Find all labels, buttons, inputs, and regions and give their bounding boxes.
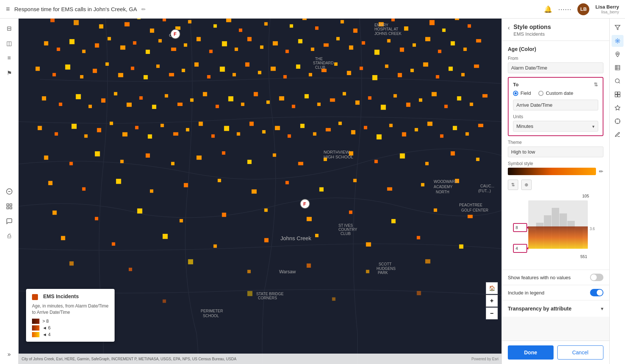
- svg-rect-184: [70, 162, 73, 165]
- legend-title: EMS Incidents: [43, 293, 79, 299]
- svg-text:PARK: PARK: [378, 271, 388, 275]
- svg-rect-71: [400, 48, 404, 52]
- svg-rect-153: [110, 122, 113, 125]
- svg-rect-135: [330, 99, 335, 102]
- far-right-filter-icon[interactable]: [612, 22, 624, 33]
- show-no-values-toggle[interactable]: [590, 274, 603, 281]
- cancel-button[interactable]: Cancel: [557, 345, 604, 360]
- svg-rect-181: [465, 132, 469, 136]
- to-label: To: [513, 82, 519, 87]
- zoom-out-button[interactable]: −: [486, 307, 498, 319]
- show-no-values-label: Show features with no values: [508, 275, 571, 280]
- done-button[interactable]: Done: [508, 345, 554, 360]
- svg-text:3.6: 3.6: [590, 227, 595, 231]
- hamburger-icon[interactable]: ≡: [6, 5, 10, 13]
- svg-rect-82: [93, 69, 97, 73]
- transparency-label: Transparency by attribute: [508, 306, 571, 312]
- far-right-search-icon[interactable]: [612, 75, 624, 87]
- sidebar-item-basemap[interactable]: ◫: [3, 36, 16, 50]
- sidebar-item-list[interactable]: ≡: [3, 51, 16, 65]
- svg-text:NORTHVIEW: NORTHVIEW: [324, 150, 350, 154]
- list-item: ◄ 6: [32, 325, 109, 331]
- svg-rect-137: [355, 100, 359, 104]
- svg-text:JOHNS CREEK: JOHNS CREEK: [374, 32, 401, 36]
- avatar[interactable]: LB: [577, 3, 589, 15]
- svg-text:4: 4: [516, 246, 518, 251]
- list-item: > 8: [32, 319, 109, 324]
- svg-rect-80: [65, 64, 70, 70]
- sidebar-item-bookmark[interactable]: ⚑: [3, 66, 16, 80]
- histogram-sort-button[interactable]: ⇅: [508, 180, 518, 190]
- include-legend-toggle[interactable]: [590, 289, 603, 296]
- svg-rect-45: [70, 39, 75, 44]
- far-right-crosshair-icon[interactable]: [612, 115, 624, 127]
- svg-rect-134: [317, 103, 321, 106]
- svg-rect-126: [215, 105, 219, 108]
- svg-rect-47: [95, 44, 99, 48]
- sidebar-item-print[interactable]: ⎙: [3, 229, 16, 243]
- svg-text:CAUC...: CAUC...: [480, 184, 494, 188]
- svg-rect-50: [133, 41, 136, 45]
- svg-text:Johns Creek: Johns Creek: [281, 235, 312, 241]
- far-right-pen-icon[interactable]: [612, 129, 624, 141]
- svg-rect-62: [285, 50, 289, 53]
- map-area[interactable]: EMORY HOSPITAL AT JOHNS CREEK THE STANDA…: [19, 19, 501, 364]
- transparency-section[interactable]: Transparency by attribute ▾: [502, 300, 609, 317]
- list-item: ◄ 4: [32, 332, 109, 337]
- far-right-compass-icon[interactable]: [612, 102, 624, 114]
- sort-icon[interactable]: ⇅: [594, 81, 598, 87]
- far-right-location-icon[interactable]: [612, 48, 624, 60]
- svg-rect-92: [220, 67, 225, 72]
- svg-rect-123: [177, 103, 183, 106]
- far-right-table-icon[interactable]: [612, 62, 624, 74]
- zoom-in-button[interactable]: +: [486, 295, 498, 307]
- edit-title-icon[interactable]: ✏: [141, 6, 146, 12]
- svg-rect-128: [241, 103, 244, 106]
- far-right-style-icon[interactable]: [612, 35, 624, 47]
- radio-custom[interactable]: Custom date: [538, 90, 573, 96]
- apps-grid-icon[interactable]: ⋯⋯: [558, 5, 571, 13]
- svg-rect-68: [362, 41, 365, 45]
- svg-rect-29: [315, 26, 318, 30]
- map-controls: 🏠 + −: [486, 282, 498, 319]
- svg-text:THE: THE: [315, 57, 323, 61]
- svg-rect-95: [258, 71, 261, 74]
- svg-text:F: F: [303, 202, 306, 207]
- svg-rect-84: [118, 73, 124, 77]
- svg-rect-103: [360, 67, 363, 70]
- notifications-icon[interactable]: 🔔: [544, 5, 552, 13]
- svg-rect-233: [459, 244, 463, 248]
- svg-rect-12: [99, 24, 103, 28]
- svg-rect-236: [188, 259, 193, 264]
- sidebar-item-analysis[interactable]: [3, 200, 16, 213]
- svg-rect-75: [451, 41, 455, 45]
- svg-rect-221: [349, 210, 352, 214]
- svg-rect-188: [171, 162, 174, 165]
- radio-field-label: Field: [520, 90, 531, 96]
- edit-symbol-button[interactable]: ✏: [599, 168, 603, 174]
- svg-text:SCOTT: SCOTT: [379, 262, 392, 266]
- sidebar-item-filter[interactable]: [3, 185, 16, 198]
- units-select[interactable]: Minutes: [513, 121, 598, 132]
- far-right-analysis-icon[interactable]: [612, 88, 624, 100]
- svg-rect-89: [182, 69, 185, 72]
- powered-by: Powered by Esri: [471, 357, 499, 361]
- svg-rect-214: [52, 210, 57, 215]
- sidebar-item-expand[interactable]: »: [3, 348, 16, 361]
- sidebar-item-layers[interactable]: ⊟: [3, 22, 16, 35]
- panel-footer: Done Cancel: [502, 341, 609, 364]
- histogram-zoom-button[interactable]: ⊕: [521, 180, 532, 190]
- units-label: Units: [513, 114, 598, 119]
- svg-text:CORNERS: CORNERS: [258, 296, 277, 300]
- panel-back-button[interactable]: ‹: [508, 25, 510, 31]
- svg-rect-311: [618, 95, 620, 97]
- svg-rect-70: [387, 39, 391, 42]
- svg-rect-234: [70, 261, 74, 265]
- svg-rect-83: [105, 62, 109, 66]
- home-button[interactable]: 🏠: [486, 282, 498, 294]
- svg-rect-16: [150, 29, 154, 33]
- svg-rect-10: [74, 20, 79, 25]
- radio-field[interactable]: Field: [513, 90, 531, 96]
- sidebar-item-fieldwork[interactable]: [3, 215, 16, 228]
- color-gradient: [508, 168, 596, 175]
